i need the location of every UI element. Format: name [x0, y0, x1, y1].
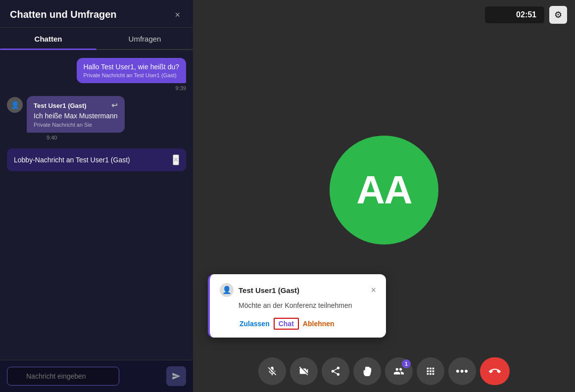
message-text-in: Ich heiße Max Mustermann [34, 112, 118, 120]
chat-button[interactable]: Chat [274, 318, 299, 330]
notif-message: Möchte an der Konferenz teilnehmen [220, 301, 376, 311]
tab-chatten[interactable]: Chatten [0, 28, 96, 49]
message-incoming: 👤 Test User1 (Gast) ↩ Ich heiße Max Must… [7, 96, 125, 141]
bottom-toolbar: 1 ••• [193, 350, 575, 392]
message-input[interactable] [7, 367, 119, 386]
apps-button[interactable] [417, 357, 444, 385]
join-notification: 👤 Test User1 (Gast) × Möchte an der Konf… [208, 274, 386, 338]
message-bubble-in: Test User1 (Gast) ↩ Ich heiße Max Muster… [27, 96, 125, 133]
video-panel: 02:51 ⚙ AA 👤 Test User1 (Gast) × Möchte … [193, 0, 575, 392]
sender-name: Test User1 (Gast) [34, 102, 87, 109]
notif-username: Test User1 (Gast) [239, 286, 366, 294]
end-call-icon [489, 365, 501, 377]
lobby-notify-close[interactable]: × [173, 154, 179, 165]
message-text: Hallo Test User1, wie heißt du? [84, 63, 180, 71]
participants-button[interactable]: 1 [385, 357, 413, 385]
deny-button[interactable]: Ablehnen [302, 318, 335, 330]
notif-user-icon: 👤 [220, 283, 234, 297]
send-icon [172, 372, 181, 381]
hand-button[interactable] [353, 357, 381, 385]
notif-actions: Zulassen Chat Ablehnen [220, 318, 376, 330]
message-sub-in: Private Nachricht an Sie [34, 122, 118, 128]
settings-button[interactable]: ⚙ [549, 6, 567, 24]
allow-button[interactable]: Zulassen [239, 318, 271, 330]
sender-avatar: 👤 [7, 97, 23, 113]
panel-close-button[interactable]: × [172, 9, 183, 20]
notif-header: 👤 Test User1 (Gast) × [220, 283, 376, 297]
input-row: ☺ [0, 360, 193, 392]
input-wrapper: ☺ [7, 367, 161, 386]
panel-header: Chatten und Umfragen × [0, 0, 193, 28]
share-icon [330, 366, 341, 377]
settings-icon: ⚙ [554, 9, 562, 20]
participants-badge: 1 [402, 359, 411, 368]
hand-icon [362, 366, 373, 377]
mic-button[interactable] [258, 357, 286, 385]
person-icon: 👤 [222, 286, 232, 294]
tab-umfragen[interactable]: Umfragen [96, 28, 193, 49]
video-button[interactable] [290, 357, 318, 385]
call-timer: 02:51 [485, 6, 544, 23]
mic-off-icon [267, 366, 278, 377]
message-time-in: 9:40 [47, 135, 125, 141]
panel-title: Chatten und Umfragen [10, 9, 117, 20]
more-button[interactable]: ••• [448, 357, 476, 385]
tabs-row: Chatten Umfragen [0, 28, 193, 50]
avatar-initials: AA [356, 167, 412, 213]
send-button[interactable] [166, 366, 186, 386]
participant-avatar: AA [330, 136, 438, 245]
notif-close-button[interactable]: × [371, 285, 376, 295]
message-time-out: 9:39 [77, 85, 187, 91]
participants-icon [393, 366, 404, 377]
video-off-icon [298, 366, 309, 377]
more-icon: ••• [456, 365, 469, 378]
message-outgoing: Hallo Test User1, wie heißt du? Private … [77, 58, 187, 91]
lobby-notification: Lobby-Nachricht an Test User1 (Gast) × [7, 148, 186, 171]
reply-icon[interactable]: ↩ [111, 101, 118, 110]
lobby-notify-text: Lobby-Nachricht an Test User1 (Gast) [14, 156, 130, 164]
end-call-button[interactable] [480, 357, 510, 385]
chat-panel: Chatten und Umfragen × Chatten Umfragen … [0, 0, 193, 392]
share-button[interactable] [322, 357, 349, 385]
message-sub-out: Private Nachricht an Test User1 (Gast) [84, 72, 180, 78]
chat-messages: Hallo Test User1, wie heißt du? Private … [0, 50, 193, 360]
message-bubble-out: Hallo Test User1, wie heißt du? Private … [77, 58, 187, 83]
apps-icon [425, 366, 436, 377]
top-bar: 02:51 ⚙ [193, 0, 575, 30]
